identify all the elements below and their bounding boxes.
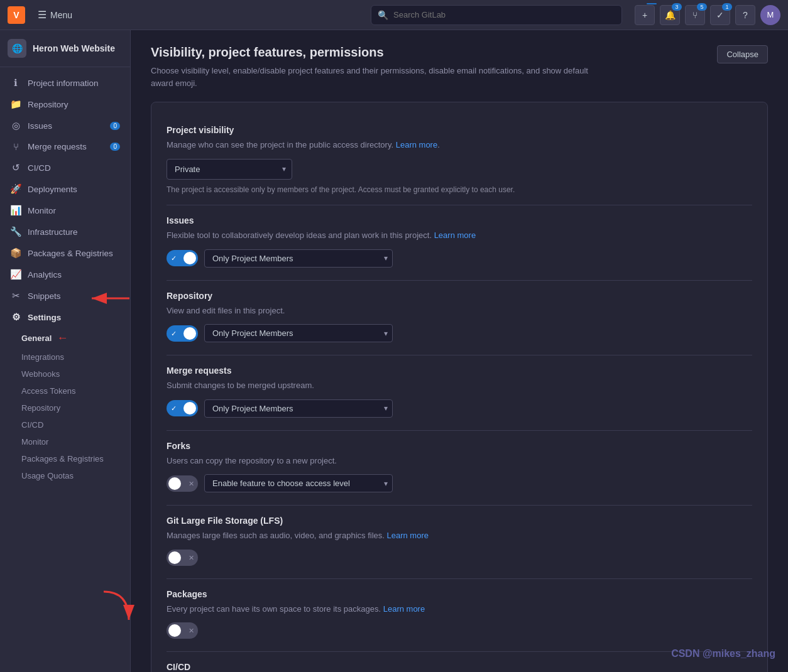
merge-requests-dropdown-wrapper: Only Project Members Everyone With Acces… — [204, 399, 393, 418]
issues-block: Issues Flexible tool to collaboratively … — [167, 205, 752, 281]
issues-toggle-knob — [183, 252, 196, 264]
webhooks-label: Webhooks — [21, 369, 60, 379]
visibility-note: The project is accessible only by member… — [167, 185, 752, 195]
packages-toggle[interactable]: ✕ — [167, 622, 198, 639]
sidebar-sub-usage-quotas[interactable]: Usage Quotas — [21, 467, 130, 484]
sidebar-item-settings[interactable]: ⚙ Settings — [0, 306, 130, 328]
project-visibility-block: Project visibility Manage who can see th… — [167, 115, 752, 205]
search-bar[interactable]: 🔍 — [371, 5, 622, 25]
packages-learn-more[interactable]: Learn more — [383, 604, 425, 614]
git-lfs-toggle[interactable]: ✕ — [167, 550, 198, 566]
sidebar-sub-monitor[interactable]: Monitor — [21, 433, 130, 450]
section-title-group: Visibility, project features, permission… — [151, 45, 591, 89]
merge-requests-toggle-knob — [183, 402, 196, 415]
search-input[interactable] — [393, 10, 615, 19]
visibility-learn-more[interactable]: Learn more — [396, 140, 437, 149]
monitor-icon: 📊 — [10, 205, 21, 216]
sidebar-item-repository[interactable]: 📁 Repository — [0, 94, 130, 115]
user-avatar[interactable]: M — [760, 5, 780, 25]
search-icon: 🔍 — [378, 10, 388, 20]
bell-icon: 🔔 — [665, 10, 676, 20]
issues-toggle-check: ✓ — [171, 254, 177, 263]
merge-requests-dropdown[interactable]: Only Project Members Everyone With Acces… — [204, 399, 393, 418]
main-content: Visibility, project features, permission… — [131, 30, 788, 672]
sidebar-item-snippets[interactable]: ✂ Snippets — [0, 285, 130, 306]
repository-toggle[interactable]: ✓ — [167, 325, 198, 342]
sidebar-item-merge-requests[interactable]: ⑂ Merge requests 0 — [0, 136, 130, 157]
add-badge — [647, 3, 657, 4]
project-visibility-desc: Manage who can see the project in the pu… — [167, 139, 752, 151]
sidebar-item-analytics[interactable]: 📈 Analytics — [0, 264, 130, 285]
menu-label: Menu — [50, 10, 72, 20]
todo-button[interactable]: ✓ 1 — [710, 5, 730, 25]
issues-learn-more[interactable]: Learn more — [434, 230, 476, 240]
settings-subnav: General ← Integrations Webhooks Access T… — [0, 328, 130, 484]
issues-toggle[interactable]: ✓ — [167, 250, 198, 266]
help-button[interactable]: ? — [735, 5, 755, 25]
cicd-title: CI/CD — [167, 662, 752, 672]
sidebar-item-cicd[interactable]: ↺ CI/CD — [0, 157, 130, 178]
sidebar-label-infrastructure: Infrastructure — [28, 227, 78, 237]
git-lfs-learn-more[interactable]: Learn more — [387, 531, 429, 540]
sidebar-label-merge-requests: Merge requests — [28, 142, 87, 151]
visibility-select[interactable]: Private Internal Public — [167, 159, 292, 180]
help-icon: ? — [743, 10, 748, 20]
forks-dropdown[interactable]: Enable feature to choose access level On… — [204, 474, 393, 492]
access-tokens-label: Access Tokens — [21, 386, 75, 396]
sidebar-label-settings: Settings — [28, 313, 61, 322]
repository-dropdown-wrapper: Only Project Members Everyone With Acces… — [204, 324, 393, 342]
sidebar-sub-integrations[interactable]: Integrations — [21, 349, 130, 366]
packages-icon: 📦 — [10, 247, 21, 259]
packages-desc: Every project can have its own space to … — [167, 603, 752, 615]
git-lfs-toggle-knob — [168, 551, 181, 564]
sidebar-sub-repository[interactable]: Repository — [21, 399, 130, 416]
issues-title: Issues — [167, 215, 752, 225]
section-description: Choose visibility level, enable/disable … — [151, 65, 591, 89]
add-button[interactable]: + — [635, 5, 655, 25]
sidebar-item-deployments[interactable]: 🚀 Deployments — [0, 178, 130, 200]
issues-dropdown[interactable]: Only Project Members Everyone With Acces… — [204, 249, 393, 268]
merge-requests-desc: Submit changes to be merged upstream. — [167, 379, 752, 392]
sidebar-label-deployments: Deployments — [28, 185, 77, 194]
sidebar-sub-packages[interactable]: Packages & Registries — [21, 450, 130, 467]
sidebar-sub-general[interactable]: General ← — [21, 328, 130, 349]
forks-desc: Users can copy the repository to a new p… — [167, 455, 752, 467]
packages-toggle-row: ✕ — [167, 622, 752, 639]
topnav-actions: + 🔔 3 ⑂ 5 ✓ 1 ? M — [635, 5, 780, 25]
sidebar-nav: ℹ Project information 📁 Repository ◎ Iss… — [0, 67, 130, 489]
forks-toggle-x: ✕ — [189, 479, 194, 487]
notifications-button[interactable]: 🔔 3 — [660, 5, 680, 25]
sidebar-item-packages[interactable]: 📦 Packages & Registries — [0, 242, 130, 264]
issues-toggle-row: ✓ Only Project Members Everyone With Acc… — [167, 249, 752, 268]
cicd-settings-label: CI/CD — [21, 420, 43, 430]
info-icon: ℹ — [10, 77, 21, 89]
merge-icon: ⑂ — [692, 10, 698, 20]
visibility-select-wrapper: Private Internal Public ▾ — [167, 159, 292, 180]
sidebar-sub-webhooks[interactable]: Webhooks — [21, 366, 130, 382]
sidebar-item-infrastructure[interactable]: 🔧 Infrastructure — [0, 221, 130, 242]
sidebar-item-issues[interactable]: ◎ Issues 0 — [0, 115, 130, 136]
sidebar-label-project-information: Project information — [28, 79, 99, 88]
forks-toggle-row: ✕ Enable feature to choose access level … — [167, 474, 752, 492]
sidebar-item-monitor[interactable]: 📊 Monitor — [0, 200, 130, 221]
collapse-button[interactable]: Collapse — [717, 45, 768, 63]
plus-icon: + — [642, 10, 647, 20]
repository-toggle-row: ✓ Only Project Members Everyone With Acc… — [167, 324, 752, 342]
forks-toggle[interactable]: ✕ — [167, 475, 198, 492]
menu-button[interactable]: ☰ Menu — [33, 6, 77, 23]
sidebar-sub-cicd[interactable]: CI/CD — [21, 416, 130, 433]
merge-button[interactable]: ⑂ 5 — [685, 5, 705, 25]
sidebar-sub-access-tokens[interactable]: Access Tokens — [21, 382, 130, 399]
forks-block: Forks Users can copy the repository to a… — [167, 431, 752, 506]
sidebar-item-project-information[interactable]: ℹ Project information — [0, 72, 130, 94]
monitor-settings-label: Monitor — [21, 437, 48, 447]
merge-requests-toggle[interactable]: ✓ — [167, 400, 198, 416]
merge-requests-badge: 0 — [110, 143, 120, 151]
packages-title: Packages — [167, 589, 752, 599]
folder-icon: 📁 — [10, 99, 21, 110]
repository-dropdown[interactable]: Only Project Members Everyone With Acces… — [204, 324, 393, 342]
notification-badge: 3 — [672, 3, 682, 11]
gitlab-logo[interactable]: V — [8, 6, 25, 24]
issues-desc: Flexible tool to collaboratively develop… — [167, 229, 752, 242]
visibility-desc-text: Manage who can see the project in the pu… — [167, 140, 393, 149]
